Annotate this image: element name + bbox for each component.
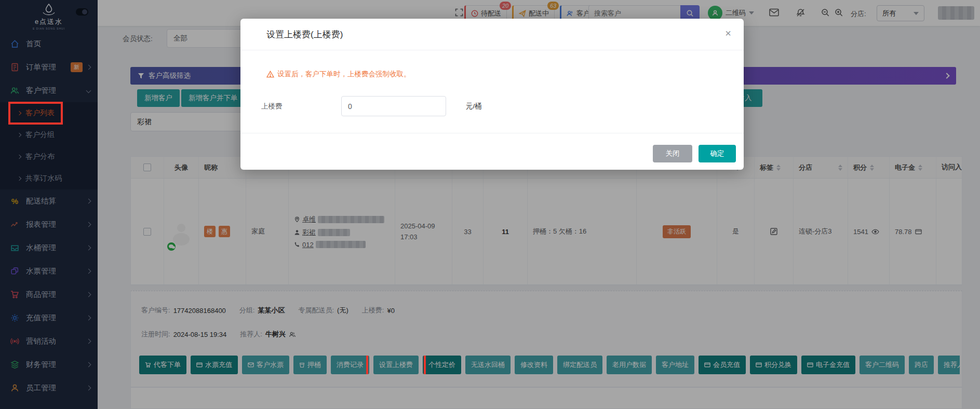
modal-warning: 设置后，客户下单时，上楼费会强制收取。 (266, 70, 411, 79)
close-button[interactable]: 关闭 (653, 145, 692, 162)
floor-fee-input[interactable] (341, 96, 446, 116)
app-root: e点送水 E DIAN SONG SHUI 首页 订单管理 新 客户管理 (0, 0, 980, 409)
floor-fee-unit: 元/桶 (466, 96, 482, 116)
floor-fee-modal: 设置上楼费(上楼费) × 设置后，客户下单时，上楼费会强制收取。 上楼费 元/桶… (240, 19, 744, 170)
floor-fee-field-label: 上楼费 (261, 96, 283, 116)
close-icon[interactable]: × (725, 28, 731, 38)
modal-footer: 关闭 确定 (240, 133, 744, 170)
warning-icon (266, 71, 274, 78)
confirm-button[interactable]: 确定 (699, 145, 736, 162)
modal-title: 设置上楼费(上楼费) (266, 19, 343, 50)
modal-header: 设置上楼费(上楼费) × (240, 19, 744, 50)
